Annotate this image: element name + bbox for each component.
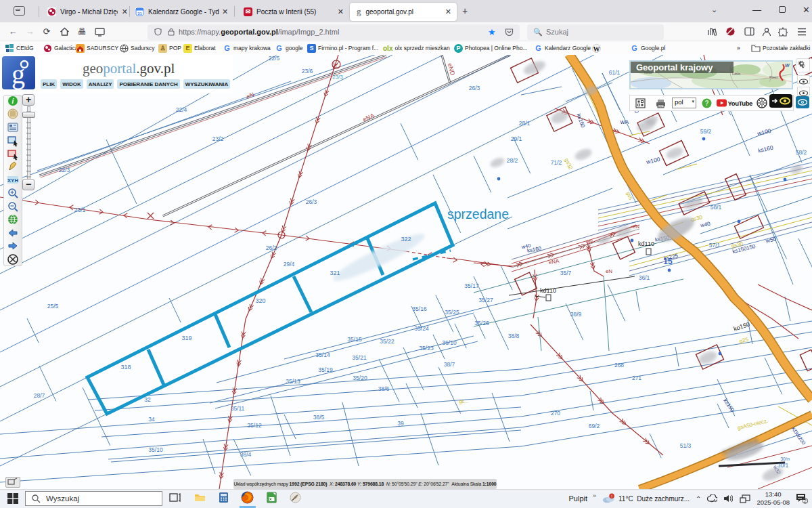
svg-text:35/12: 35/12 <box>247 422 262 429</box>
svg-text:35/16: 35/16 <box>412 305 427 312</box>
svg-text:36/10: 36/10 <box>442 339 457 346</box>
svg-text:22/3: 22/3 <box>59 167 70 173</box>
svg-text:2: 2 <box>804 499 807 503</box>
svg-text:eN: eN <box>586 238 593 245</box>
svg-text:319: 319 <box>181 335 191 341</box>
svg-text:29/4: 29/4 <box>284 261 295 268</box>
svg-text:25/5: 25/5 <box>47 303 59 310</box>
svg-text:sprzedane: sprzedane <box>447 207 509 221</box>
svg-text:23/2: 23/2 <box>212 135 224 142</box>
svg-text:35/13: 35/13 <box>286 378 300 385</box>
svg-text:58/1: 58/1 <box>710 204 722 211</box>
svg-text:38/7: 38/7 <box>444 361 455 368</box>
svg-text:35/10: 35/10 <box>148 446 163 453</box>
svg-text:35/21: 35/21 <box>352 354 367 361</box>
svg-text:35/23: 35/23 <box>419 345 434 352</box>
svg-text:YouTube: YouTube <box>728 100 753 107</box>
svg-text:wA: wA <box>620 119 629 125</box>
svg-text:26/3: 26/3 <box>469 85 480 91</box>
svg-text:321: 321 <box>330 270 340 276</box>
svg-text:eN: eN <box>606 268 612 274</box>
svg-text:28/1: 28/1 <box>519 120 531 127</box>
svg-text:gs...: gs... <box>459 399 468 404</box>
svg-text:51/3: 51/3 <box>680 442 692 449</box>
svg-text:35/25: 35/25 <box>445 309 459 316</box>
svg-text:28/7: 28/7 <box>34 392 45 399</box>
svg-text:38/8: 38/8 <box>508 333 520 339</box>
svg-text:i: i <box>12 98 14 105</box>
svg-text:31: 31 <box>137 11 142 15</box>
svg-text:38/6: 38/6 <box>378 385 390 392</box>
svg-text:22/5: 22/5 <box>269 55 280 62</box>
svg-text:26/3: 26/3 <box>306 198 317 205</box>
svg-text:71/2: 71/2 <box>551 159 562 166</box>
svg-text:61/1: 61/1 <box>609 69 621 76</box>
svg-text:22/4: 22/4 <box>176 106 187 113</box>
svg-text:Rzesz.: Rzesz. <box>769 76 779 79</box>
svg-text:29/1: 29/1 <box>511 135 522 142</box>
svg-text:39: 39 <box>397 420 404 427</box>
svg-text:35/26: 35/26 <box>474 320 489 326</box>
svg-text:32: 32 <box>144 396 151 403</box>
svg-text:35/20: 35/20 <box>353 375 367 381</box>
svg-text:59/2: 59/2 <box>700 128 712 135</box>
svg-text:57/1: 57/1 <box>709 242 721 249</box>
svg-text:322: 322 <box>401 236 411 242</box>
svg-text:38/4: 38/4 <box>240 451 252 458</box>
svg-text:268: 268 <box>614 362 624 368</box>
svg-text:35/15: 35/15 <box>347 336 362 343</box>
svg-text:23/3: 23/3 <box>332 74 343 80</box>
svg-text:23/6: 23/6 <box>302 68 313 75</box>
svg-text:35/22: 35/22 <box>380 338 394 345</box>
svg-text:kd110: kd110 <box>638 240 654 247</box>
svg-text:30/n: 30/n <box>780 457 790 461</box>
svg-text:eN: eN <box>633 224 639 230</box>
svg-text:35/11: 35/11 <box>231 405 245 412</box>
svg-text:35/17: 35/17 <box>464 282 479 289</box>
svg-text:270: 270 <box>551 410 560 417</box>
svg-text:28/2: 28/2 <box>507 157 518 164</box>
svg-text:g: g <box>12 59 25 89</box>
svg-text:271: 271 <box>632 375 641 381</box>
svg-text:23/1: 23/1 <box>74 207 86 213</box>
svg-text:XYH: XYH <box>7 177 19 184</box>
svg-text:34: 34 <box>148 416 155 423</box>
svg-text:38/9: 38/9 <box>570 311 582 318</box>
svg-text:35/19: 35/19 <box>318 366 333 373</box>
svg-text:318: 318 <box>120 364 131 371</box>
svg-text:69/2: 69/2 <box>589 423 600 429</box>
svg-text:35/14: 35/14 <box>315 352 330 358</box>
svg-text:kd110: kd110 <box>540 287 556 294</box>
svg-text:26/2: 26/2 <box>266 245 277 251</box>
svg-text:320: 320 <box>255 297 265 304</box>
svg-text:MSL: MSL <box>658 105 664 108</box>
svg-text:36/1: 36/1 <box>639 274 650 281</box>
svg-text:?: ? <box>704 100 708 107</box>
svg-text:35/27: 35/27 <box>478 297 493 303</box>
svg-text:35/24: 35/24 <box>414 325 429 332</box>
svg-text:35/7: 35/7 <box>560 270 572 276</box>
svg-text:38/5: 38/5 <box>313 414 325 421</box>
svg-text:58/2: 58/2 <box>796 149 807 156</box>
